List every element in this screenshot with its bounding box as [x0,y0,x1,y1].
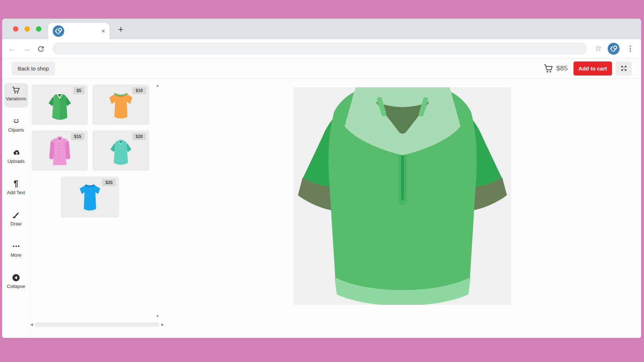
sidebar-item-label: Cliparts [4,127,28,133]
sidebar-item-add-text[interactable]: ¶ Add Text [4,177,28,201]
expand-icon [620,65,627,72]
price-badge: $5 [73,87,85,94]
pilcrow-icon: ¶ [14,180,18,188]
pink-shirt-thumbnail [46,134,73,167]
sidebar-item-label: Uploads [4,159,28,164]
bookmark-star-icon[interactable]: ☆ [595,45,602,52]
scroll-left-icon[interactable]: ◀ [30,323,33,326]
collapse-icon [12,274,20,282]
app-body: Variations Cliparts [2,79,641,338]
page-frame: × + ← → ☆ ⋮ Back to shop [0,0,644,362]
price-badge: $25 [102,179,116,186]
sidebar: Variations Cliparts [2,79,30,338]
sidebar-item-variations[interactable]: Variations [4,83,28,107]
browser-navbar: ← → ☆ ⋮ [2,39,641,58]
variation-tile-green-polo[interactable]: $5 [32,84,88,125]
cart-icon [12,86,20,94]
close-window-button[interactable] [13,26,18,32]
sidebar-item-label: Collapse [4,284,28,289]
price-badge: $10 [132,87,146,94]
sidebar-item-more[interactable]: More [4,239,28,264]
cloud-upload-icon [12,148,21,157]
sidebar-item-draw[interactable]: Draw [4,208,28,233]
smiley-icon [12,117,21,125]
sidebar-item-uploads[interactable]: Uploads [4,146,28,170]
panel-vertical-scrollbar[interactable]: ▲ ▼ [155,84,160,318]
profile-avatar[interactable] [608,43,620,55]
price-badge: $20 [132,133,146,140]
variation-tile-orange-tshirt[interactable]: $10 [92,84,149,125]
app-toolbar: Back to shop $85 Add to cart [2,58,641,79]
blue-tshirt-thumbnail [76,182,104,212]
variation-tile-blue-tshirt[interactable]: $25 [61,177,119,217]
product-canvas[interactable] [294,87,511,305]
window-controls [13,26,41,32]
new-tab-button[interactable]: + [118,24,123,35]
site-favicon-icon [53,25,64,37]
add-to-cart-button[interactable]: Add to cart [573,61,612,75]
tab-close-icon[interactable]: × [101,28,105,34]
back-icon[interactable]: ← [8,44,17,53]
browser-window: × + ← → ☆ ⋮ Back to shop [2,19,641,338]
scroll-right-icon[interactable]: ▶ [161,323,164,326]
orange-tshirt-thumbnail [106,90,136,119]
cart-total: $85 [556,64,568,72]
minimize-window-button[interactable] [24,26,30,32]
sidebar-item-label: Variations [4,96,28,101]
panel-horizontal-scrollbar[interactable]: ◀ ▶ [30,322,164,327]
ellipsis-icon [12,242,21,251]
toolbar-right-group: $85 Add to cart [544,61,632,75]
maximize-window-button[interactable] [36,26,41,32]
tab-strip: × + [2,19,641,39]
url-input[interactable] [53,42,587,55]
sidebar-item-label: More [4,252,28,258]
teal-polo-thumbnail [110,136,132,165]
cart-icon [544,64,553,73]
fullscreen-button[interactable] [616,61,632,75]
sidebar-item-cliparts[interactable]: Cliparts [4,114,28,139]
browser-menu-icon[interactable]: ⋮ [625,45,635,52]
back-to-shop-button[interactable]: Back to shop [12,62,55,75]
forward-icon[interactable]: → [22,44,31,53]
refresh-icon[interactable] [37,45,45,52]
sidebar-item-label: Add Text [4,190,28,195]
price-badge: $15 [71,133,85,140]
green-polo-thumbnail [48,90,72,120]
browser-tab[interactable]: × [48,23,109,39]
scroll-up-icon[interactable]: ▲ [156,84,159,87]
sidebar-item-collapse[interactable]: Collapse [4,271,28,295]
variation-tile-pink-shirt[interactable]: $15 [32,130,88,171]
variation-tile-teal-polo[interactable]: $20 [92,130,149,171]
horizontal-scroll-thumb[interactable] [35,322,160,327]
scroll-down-icon[interactable]: ▼ [156,315,159,318]
brush-icon [12,211,20,219]
sidebar-item-label: Draw [4,221,28,226]
green-polo-shirt-image [294,87,511,305]
